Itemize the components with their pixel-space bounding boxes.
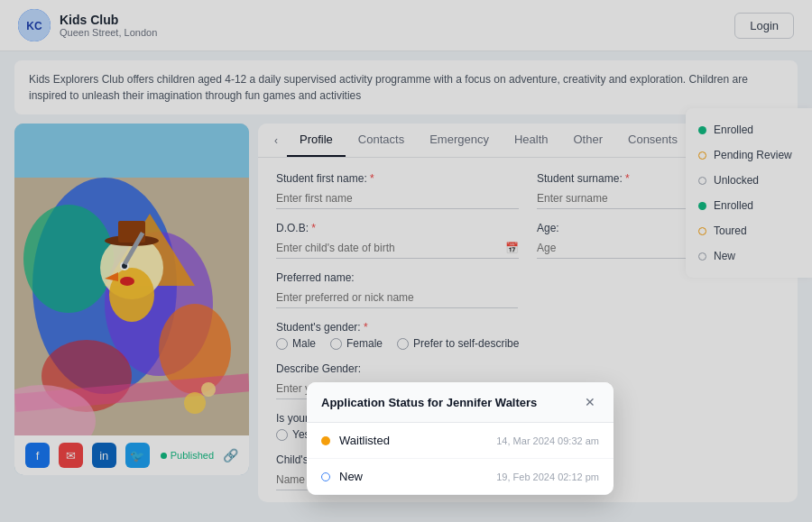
application-status-modal: Application Status for Jennifer Walters … <box>307 382 614 495</box>
modal-dot-waitlisted <box>321 436 330 445</box>
modal-overlay: Application Status for Jennifer Walters … <box>0 0 812 522</box>
modal-date-waitlisted: 14, Mar 2024 09:32 am <box>496 435 599 446</box>
modal-label-new: New <box>339 470 363 483</box>
modal-label-waitlisted: Waitlisted <box>339 434 390 447</box>
modal-dot-new <box>321 472 330 481</box>
modal-title: Application Status for Jennifer Walters <box>321 396 537 409</box>
modal-date-new: 19, Feb 2024 02:12 pm <box>496 472 599 482</box>
modal-item-waitlisted[interactable]: Waitlisted 14, Mar 2024 09:32 am <box>307 423 614 459</box>
modal-close-button[interactable]: ✕ <box>581 393 599 411</box>
modal-item-new[interactable]: New 19, Feb 2024 02:12 pm <box>307 459 614 495</box>
modal-header: Application Status for Jennifer Walters … <box>307 382 614 423</box>
